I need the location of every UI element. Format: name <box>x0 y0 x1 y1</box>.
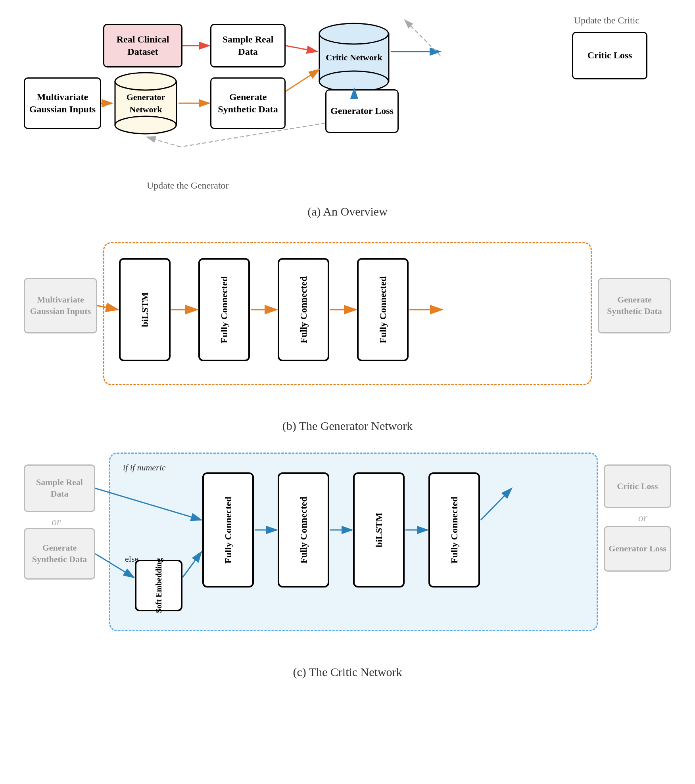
svg-point-5 <box>319 71 388 92</box>
generate-synthetic-gray-c: Generate Synthetic Data <box>24 528 95 580</box>
fc2-box-b: Fully Connected <box>278 258 329 361</box>
caption-a: (a) An Overview <box>24 205 671 218</box>
update-critic-label: Update the Critic <box>574 14 639 27</box>
real-clinical-dataset-box: Real Clinical Dataset <box>103 24 182 67</box>
caption-b: (b) The Generator Network <box>24 419 671 433</box>
svg-line-17 <box>405 20 440 56</box>
generator-loss-gray: Generator Loss <box>604 526 671 572</box>
fc3-box-c: Fully Connected <box>428 472 480 588</box>
generator-network-cylinder: Generator Network <box>113 69 179 137</box>
or-label-input: or <box>52 516 61 528</box>
gaussian-input-box: Multivariate Gaussian Inputs <box>24 77 101 129</box>
gaussian-input-gray-box: Multivariate Gaussian Inputs <box>24 278 97 333</box>
sample-real-data-box: Sample Real Data <box>210 24 286 67</box>
or-label-output: or <box>638 512 647 524</box>
section-a: Update the Critic Real Clinical Dataset … <box>24 12 671 218</box>
generator-dashed-border <box>103 242 592 385</box>
fc3-box-b: Fully Connected <box>357 258 409 361</box>
fc1-box-c: Fully Connected <box>202 472 254 588</box>
bilstm-box-c: biLSTM <box>353 472 405 588</box>
svg-line-14 <box>286 69 319 91</box>
soft-embedding-box: Soft Embedding <box>135 560 182 611</box>
fc1-box-b: Fully Connected <box>198 258 250 361</box>
fc2-box-c: Fully Connected <box>278 472 329 588</box>
update-generator-label: Update the Generator <box>147 179 229 193</box>
svg-line-11 <box>286 46 317 52</box>
bilstm-box-b: biLSTM <box>119 258 171 361</box>
svg-point-2 <box>115 116 176 134</box>
svg-point-4 <box>319 23 388 44</box>
caption-c: (c) The Critic Network <box>24 665 671 679</box>
critic-loss-gray: Critic Loss <box>604 464 671 508</box>
main-container: Update the Critic Real Clinical Dataset … <box>0 0 695 699</box>
generator-loss-box: Generator Loss <box>325 89 399 133</box>
svg-point-1 <box>115 73 176 90</box>
critic-loss-box: Critic Loss <box>572 32 647 79</box>
section-c: Sample Real Data or Generate Synthetic D… <box>24 441 671 679</box>
section-b: Multivariate Gaussian Inputs biLSTM Full… <box>24 226 671 433</box>
critic-network-cylinder: Critic Network <box>317 20 391 95</box>
sample-real-data-gray: Sample Real Data <box>24 464 95 512</box>
if-numeric-label: if if numeric <box>123 462 166 473</box>
svg-line-19 <box>147 137 180 147</box>
generate-synthetic-data-box: Generate Synthetic Data <box>210 77 286 129</box>
generate-synthetic-gray-box: Generate Synthetic Data <box>598 278 671 333</box>
